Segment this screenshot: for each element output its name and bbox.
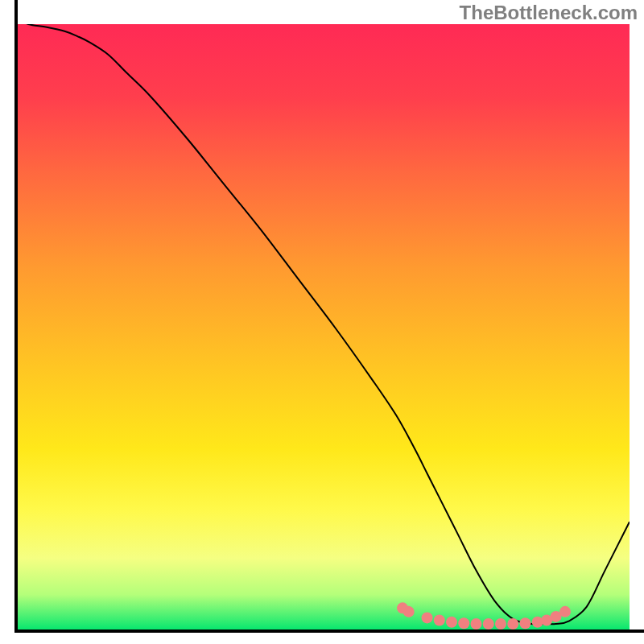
marker-dot	[434, 614, 445, 625]
marker-dot	[422, 612, 433, 623]
gradient-background	[16, 24, 630, 631]
chart-canvas	[0, 0, 644, 644]
marker-dot	[471, 618, 482, 630]
marker-dot	[446, 617, 457, 628]
marker-dot	[559, 606, 571, 617]
marker-dot	[519, 617, 530, 629]
marker-dot	[495, 618, 506, 630]
marker-dot	[403, 606, 415, 617]
watermark-text: TheBottleneck.com	[460, 2, 638, 24]
marker-dot	[458, 617, 469, 629]
marker-dot	[483, 618, 494, 630]
marker-dot	[507, 618, 518, 630]
chart-frame: TheBottleneck.com	[0, 0, 644, 644]
